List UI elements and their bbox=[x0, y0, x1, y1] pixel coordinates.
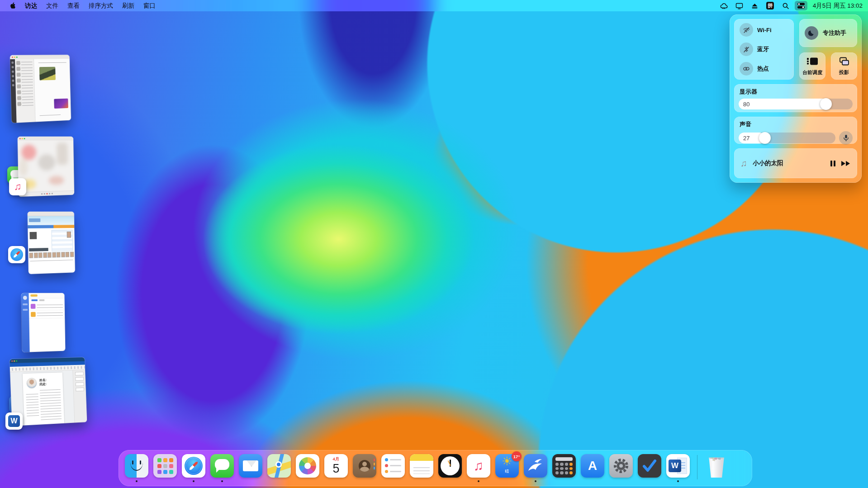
sound-volume-slider[interactable]: 27 bbox=[739, 133, 835, 143]
weather-condition-label: 晴 bbox=[505, 469, 509, 474]
bluetooth-toggle[interactable]: 蓝牙 bbox=[740, 43, 794, 56]
menu-window[interactable]: 窗口 bbox=[139, 0, 160, 11]
chat-content bbox=[34, 59, 71, 122]
webpage-header bbox=[28, 216, 74, 225]
dock-thunder-icon[interactable] bbox=[524, 454, 547, 478]
checkmark-icon bbox=[642, 460, 657, 472]
running-indicator bbox=[136, 480, 138, 482]
resume-photo bbox=[26, 378, 37, 389]
dock-appstore-icon[interactable]: A bbox=[581, 454, 604, 478]
dock-mail-icon[interactable] bbox=[239, 454, 262, 478]
bluetooth-label: 蓝牙 bbox=[757, 45, 769, 53]
dock-finder-icon[interactable] bbox=[125, 454, 148, 478]
dock-messages-icon[interactable] bbox=[210, 454, 234, 478]
dock-word-icon[interactable]: W bbox=[666, 454, 690, 478]
hotspot-label: 热点 bbox=[757, 65, 769, 73]
messages-window-preview bbox=[10, 55, 71, 123]
eject-icon[interactable] bbox=[749, 1, 761, 10]
window-thumbnail-safari[interactable] bbox=[28, 212, 77, 274]
apple-menu-icon[interactable] bbox=[9, 2, 16, 9]
menu-bar-status: 拼 4月5日 周五 13:02 bbox=[718, 1, 863, 10]
window-thumbnail-word[interactable]: 姓名: 此处: W bbox=[11, 359, 90, 426]
downloader-list bbox=[28, 293, 65, 352]
connectivity-card: Wi-Fi 蓝牙 热点 bbox=[734, 19, 794, 80]
cloud-icon[interactable] bbox=[718, 1, 730, 10]
display-slider-knob[interactable] bbox=[820, 98, 832, 110]
dock-maps-icon[interactable] bbox=[267, 454, 291, 478]
safari-window-preview bbox=[28, 212, 75, 274]
thunder-bird-icon bbox=[524, 454, 547, 478]
input-method-icon[interactable]: 拼 bbox=[764, 1, 777, 10]
dock: 4月 5 ♫ 17° ☀ 晴 bbox=[119, 450, 752, 486]
gear-icon bbox=[612, 457, 630, 475]
sound-slider-knob[interactable] bbox=[759, 132, 771, 144]
dock-things-icon[interactable] bbox=[638, 454, 661, 478]
menu-refresh[interactable]: 刷新 bbox=[118, 0, 139, 11]
dock-notes-icon[interactable] bbox=[410, 454, 433, 478]
focus-toggle[interactable]: 专注助手 bbox=[799, 19, 857, 47]
sound-card: 声音 27 bbox=[734, 117, 857, 144]
microphone-button[interactable] bbox=[839, 131, 853, 145]
control-center-icon[interactable] bbox=[795, 1, 807, 10]
dock-separator bbox=[697, 455, 697, 479]
screen-mirroring-button[interactable]: 投影 bbox=[831, 52, 857, 80]
pause-button[interactable] bbox=[830, 161, 835, 166]
music-app-badge-icon: ♫ bbox=[9, 178, 26, 195]
chat-photo bbox=[39, 67, 56, 81]
skip-forward-button[interactable] bbox=[841, 161, 851, 166]
dock-contacts-icon[interactable] bbox=[353, 454, 376, 478]
wifi-label: Wi-Fi bbox=[757, 27, 772, 33]
running-indicator bbox=[478, 480, 479, 482]
window-thumbnail-messages[interactable] bbox=[11, 55, 74, 140]
dock-calendar-icon[interactable]: 4月 5 bbox=[324, 454, 348, 478]
thunder-window-preview bbox=[21, 293, 66, 352]
focus-label: 专注助手 bbox=[823, 29, 846, 37]
dock-launchpad-icon[interactable] bbox=[153, 454, 177, 478]
moon-icon bbox=[805, 26, 818, 40]
display-icon[interactable] bbox=[733, 1, 746, 10]
window-thumbnail-music[interactable]: ♫ bbox=[18, 137, 77, 197]
menu-finder[interactable]: 访达 bbox=[20, 0, 42, 11]
search-icon[interactable] bbox=[779, 1, 792, 10]
dock-music-icon[interactable]: ♫ bbox=[467, 454, 490, 478]
dock-weather-icon[interactable]: 17° ☀ 晴 bbox=[495, 454, 519, 478]
display-label: 显示器 bbox=[740, 88, 853, 96]
menu-file[interactable]: 文件 bbox=[42, 0, 63, 11]
now-playing-card[interactable]: ♫ 小小的太阳 bbox=[734, 148, 857, 178]
wifi-icon bbox=[740, 23, 753, 37]
sound-value: 27 bbox=[743, 135, 749, 142]
weather-temperature-badge: 17° bbox=[512, 451, 522, 461]
display-brightness-slider[interactable]: 80 bbox=[739, 99, 853, 109]
dock-calculator-icon[interactable] bbox=[552, 454, 576, 478]
word-side-panel bbox=[72, 370, 87, 423]
running-indicator bbox=[535, 480, 536, 482]
dock-clock-icon[interactable] bbox=[438, 454, 462, 478]
dock-settings-icon[interactable] bbox=[609, 454, 633, 478]
word-letter: W bbox=[669, 460, 681, 472]
calendar-day-label: 5 bbox=[332, 462, 339, 475]
menu-view[interactable]: 查看 bbox=[63, 0, 84, 11]
resume-heading: 姓名: 此处: bbox=[39, 378, 47, 386]
browser-toolbar bbox=[28, 212, 74, 216]
stage-manager-button[interactable]: 台前调度 bbox=[799, 52, 825, 80]
dock-safari-icon[interactable] bbox=[182, 454, 205, 478]
appstore-letter: A bbox=[588, 459, 597, 473]
hotspot-toggle[interactable]: 热点 bbox=[740, 62, 794, 76]
word-app-badge-icon: W bbox=[5, 412, 23, 430]
screen-mirroring-icon bbox=[838, 57, 850, 66]
stage-manager-icon bbox=[806, 57, 818, 66]
menu-sort[interactable]: 排序方式 bbox=[84, 0, 118, 11]
webpage-content bbox=[28, 228, 75, 264]
wifi-toggle[interactable]: Wi-Fi bbox=[740, 23, 794, 37]
menu-bar-clock[interactable]: 4月5日 周五 13:02 bbox=[813, 2, 863, 10]
dock-photos-icon[interactable] bbox=[296, 454, 319, 478]
word-document-page: 姓名: 此处: bbox=[23, 372, 64, 425]
dock-reminders-icon[interactable] bbox=[381, 454, 405, 478]
dock-trash-icon[interactable] bbox=[705, 454, 728, 478]
display-value: 80 bbox=[743, 101, 749, 108]
running-indicator bbox=[677, 480, 679, 482]
display-card: 显示器 80 bbox=[734, 84, 857, 112]
running-indicator bbox=[193, 480, 194, 482]
stage-manager-label: 台前调度 bbox=[802, 69, 822, 76]
music-note-icon: ♫ bbox=[740, 158, 747, 169]
